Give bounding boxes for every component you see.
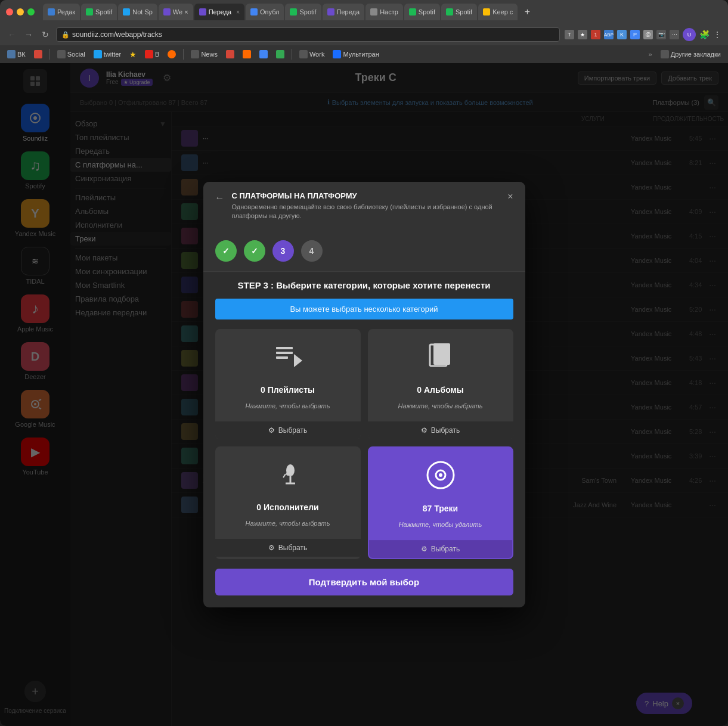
tabs-bar: Редак Spotif Not Sp We × Передa × Опу	[43, 4, 722, 20]
browser-frame: Редак Spotif Not Sp We × Передa × Опу	[0, 0, 728, 726]
confirm-button[interactable]: Подтвердить мой выбор	[215, 569, 513, 595]
albums-count: 0 Альбомы	[417, 384, 464, 395]
bookmark-g1[interactable]	[257, 49, 270, 60]
step-label: STEP 3 : Выберите категории, которые хот…	[203, 272, 525, 299]
address-input[interactable]: 🔒 soundiiz.com/webapp/tracks	[56, 27, 560, 42]
bookmark-b[interactable]: B	[142, 49, 162, 60]
playlists-hint: Нажмите, чтобы выбрать	[245, 402, 330, 409]
modal-platform-transfer: ← С ПЛАТФОРМЫ НА ПЛАТФОРМУ Одновременно …	[203, 182, 525, 607]
tab-spotify4[interactable]: Spotif	[441, 4, 477, 20]
minimize-window-button[interactable]	[17, 8, 24, 15]
step-4-indicator: 4	[301, 240, 323, 262]
bookmark-circle[interactable]	[165, 49, 178, 60]
bookmark-vk[interactable]: ВК	[5, 49, 28, 60]
bookmark-pin[interactable]	[240, 49, 253, 60]
notification-icon[interactable]: 1	[591, 30, 600, 39]
bookmark-mail[interactable]	[32, 49, 45, 60]
bookmark-social[interactable]: Social	[55, 49, 88, 60]
tab-settings[interactable]: Настр	[365, 4, 403, 20]
new-tab-button[interactable]: +	[519, 4, 535, 20]
step-text: Выберите категории, которые хотите перен…	[276, 280, 490, 290]
bookmark-multitran[interactable]: Мультитран	[330, 49, 381, 60]
category-card-tracks[interactable]: 87 Треки Нажмите, чтобы удалить ⚙ Выбрат…	[368, 446, 513, 559]
category-card-artists[interactable]: 0 Исполнители Нажмите, чтобы выбрать ⚙ В…	[215, 446, 361, 559]
bookmark-gmail[interactable]	[224, 49, 237, 60]
svg-marker-13	[294, 354, 302, 367]
bookmark-social-label: Social	[67, 51, 85, 58]
tab-we[interactable]: We ×	[159, 4, 193, 20]
bookmark-news[interactable]: News	[188, 49, 220, 60]
extensions-icon[interactable]: 🧩	[699, 30, 709, 39]
modal-back-button[interactable]: ←	[215, 193, 225, 203]
svg-rect-11	[276, 352, 293, 354]
svg-rect-15	[433, 343, 450, 365]
playlist-icon	[272, 341, 303, 377]
tab-notsp[interactable]: Not Sp	[118, 4, 157, 20]
microphone-icon	[272, 458, 303, 495]
step-2-indicator: ✓	[244, 240, 265, 262]
close-window-button[interactable]	[6, 8, 13, 15]
mail-icon[interactable]: @	[643, 30, 653, 39]
bookmark-multitran-label: Мультитран	[343, 51, 379, 58]
translate-icon[interactable]: T	[565, 30, 574, 39]
menu-icon[interactable]: ⋮	[712, 30, 722, 39]
bookmark-other[interactable]: Другие закладки	[658, 49, 723, 60]
tab-transfer2[interactable]: Передa	[323, 4, 365, 20]
tab-spotify3[interactable]: Spotif	[404, 4, 440, 20]
maximize-window-button[interactable]	[27, 8, 35, 15]
tab-keep[interactable]: Keep с	[478, 4, 518, 20]
playlists-select-button[interactable]: ⚙ Выбрать	[215, 421, 361, 439]
modal-close-button[interactable]: ×	[507, 191, 513, 202]
bookmarks-bar: ВК Social twitter ★ B News	[0, 45, 728, 63]
bookmark-separator-3	[292, 49, 292, 60]
category-card-top-albums: 0 Альбомы Нажмите, чтобы выбрать	[368, 329, 513, 421]
svg-rect-12	[276, 356, 288, 359]
extra-icon[interactable]: ⋯	[670, 30, 679, 39]
bookmark-separator-1	[49, 49, 50, 60]
step-3-indicator: 3	[272, 240, 294, 262]
tab-published[interactable]: Опубл	[246, 4, 284, 20]
category-card-albums[interactable]: 0 Альбомы Нажмите, чтобы выбрать ⚙ Выбра…	[368, 329, 513, 439]
bookmark-work[interactable]: Work	[297, 49, 327, 60]
bookmark-star-icon[interactable]: ★	[578, 30, 587, 39]
bookmark-g2[interactable]	[274, 49, 287, 60]
profile-icon[interactable]: U	[683, 28, 696, 41]
modal-header-text: С ПЛАТФОРМЫ НА ПЛАТФОРМУ Одновременно пе…	[232, 191, 501, 221]
tab-редак[interactable]: Редак	[43, 4, 80, 20]
category-card-top-tracks: 87 Треки Нажмите, чтобы удалить	[369, 448, 512, 540]
modal-header: ← С ПЛАТФОРМЫ НА ПЛАТФОРМУ Одновременно …	[203, 182, 525, 231]
disc-icon	[425, 460, 456, 496]
step-1-indicator: ✓	[215, 240, 237, 262]
address-bar: ← → ↻ 🔒 soundiiz.com/webapp/tracks T ★ 1…	[0, 24, 728, 45]
step-prefix: STEP 3 :	[237, 280, 276, 290]
abp-icon[interactable]: ABP	[604, 30, 614, 39]
address-icons: T ★ 1 ABP K P @ 📷 ⋯ U 🧩 ⋮	[565, 28, 722, 41]
bookmark-work-label: Work	[309, 51, 324, 58]
tab-transfer-active[interactable]: Передa ×	[194, 4, 244, 20]
traffic-lights	[6, 8, 35, 15]
bookmark-other-label: Другие закладки	[671, 51, 721, 58]
category-card-playlists[interactable]: 0 Плейлисты Нажмите, чтобы выбрать ⚙ Выб…	[215, 329, 361, 439]
forward-button[interactable]: →	[23, 29, 35, 41]
svg-point-23	[439, 473, 442, 477]
steps-indicator: ✓ ✓ 3 4	[203, 231, 525, 272]
k-icon[interactable]: K	[617, 30, 627, 39]
artists-select-button[interactable]: ⚙ Выбрать	[215, 539, 361, 557]
category-card-top-artists: 0 Исполнители Нажмите, чтобы выбрать	[215, 446, 361, 539]
address-text: soundiiz.com/webapp/tracks	[72, 30, 162, 39]
albums-select-button[interactable]: ⚙ Выбрать	[368, 421, 513, 439]
categories-grid: 0 Плейлисты Нажмите, чтобы выбрать ⚙ Выб…	[203, 329, 525, 569]
tab-spotify2[interactable]: Spotif	[285, 4, 321, 20]
back-button[interactable]: ←	[6, 29, 18, 41]
tab-spotify1[interactable]: Spotif	[81, 4, 117, 20]
refresh-button[interactable]: ↻	[39, 29, 51, 41]
bookmark-twitter[interactable]: twitter	[91, 49, 123, 60]
more-bookmarks-indicator[interactable]: »	[649, 51, 652, 58]
bookmark-news-label: News	[201, 51, 218, 58]
artists-hint: Нажмите, чтобы выбрать	[245, 520, 330, 527]
tracks-select-button[interactable]: ⚙ Выбрать	[369, 540, 512, 558]
photo-icon[interactable]: 📷	[656, 30, 666, 39]
albums-hint: Нажмите, чтобы выбрать	[398, 402, 482, 409]
bookmark-star[interactable]: ★	[127, 49, 139, 60]
pocket-icon[interactable]: P	[630, 30, 640, 39]
